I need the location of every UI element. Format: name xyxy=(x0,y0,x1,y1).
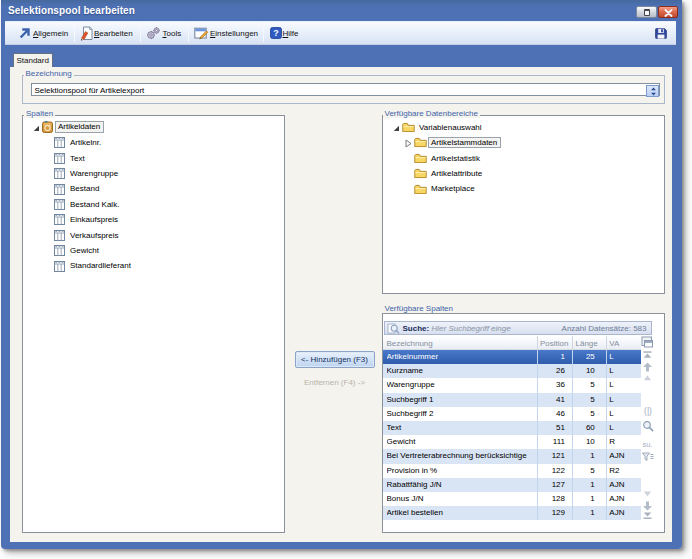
svg-text:su.: su. xyxy=(642,440,652,448)
svg-text:(|): (|) xyxy=(644,406,652,416)
svg-text:?: ? xyxy=(273,28,279,38)
